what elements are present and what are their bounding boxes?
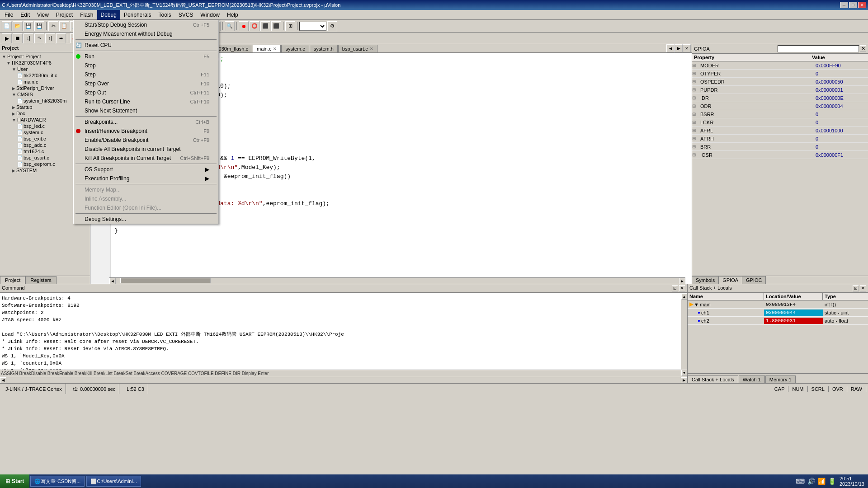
tb2-stepover[interactable]: ↷: [34, 33, 44, 43]
close-button[interactable]: ✕: [858, 2, 866, 8]
ctx-kill-all-bp[interactable]: Kill All Breakpoints in Current Target C…: [74, 154, 218, 163]
right-close-btn[interactable]: ✕: [860, 45, 866, 52]
start-button[interactable]: ⊞ Start: [0, 474, 29, 488]
cmd-scroll-track[interactable]: [681, 300, 687, 370]
btab-memory1[interactable]: Memory 1: [765, 375, 796, 383]
taskbar-item-2[interactable]: ⬜ C:\Users\Admini...: [86, 476, 141, 487]
tb-step-debug[interactable]: ⬛: [260, 21, 270, 31]
tab-bspusart-close[interactable]: ✕: [370, 47, 373, 51]
ctx-os-support[interactable]: OS Support ▶: [74, 165, 218, 174]
btab-watch1[interactable]: Watch 1: [739, 375, 765, 383]
ctx-run[interactable]: Run F5: [74, 52, 218, 61]
reg-afrh[interactable]: ⊞AFRH0: [692, 135, 868, 143]
ctx-insert-bp[interactable]: Insert/Remove Breakpoint F9: [74, 127, 218, 136]
ctx-enable-bp[interactable]: Enable/Disable Breakpoint Ctrl+F9: [74, 136, 218, 145]
tab-system-h[interactable]: system.h: [310, 45, 338, 52]
ctx-stop[interactable]: Stop: [74, 61, 218, 70]
menu-edit[interactable]: Edit: [17, 10, 33, 20]
reg-idr[interactable]: ⊞IDR0x0000000E: [692, 94, 868, 102]
cmd-close[interactable]: ✕: [679, 285, 685, 291]
tb-copy[interactable]: 📋: [59, 21, 69, 31]
reg-bsrr[interactable]: ⊞BSRR0: [692, 110, 868, 118]
cs-close[interactable]: ✕: [860, 285, 866, 291]
tb-stop-debug[interactable]: ⭕: [250, 21, 259, 31]
tray-clock[interactable]: 20:51 2023/10/13: [838, 476, 866, 487]
tab-bsp-usart[interactable]: bsp_usart.c ✕: [338, 45, 377, 52]
tab-system-c[interactable]: system.c: [281, 45, 309, 52]
editor-scroll-right[interactable]: ▶: [675, 44, 683, 52]
tb-cut[interactable]: ✂: [48, 21, 58, 31]
menu-flash[interactable]: Flash: [76, 10, 97, 20]
reg-moder[interactable]: ⊞MODER0x000FF90: [692, 61, 868, 70]
reg-odr[interactable]: ⊞ODR0x00000004: [692, 102, 868, 110]
tab-main-close[interactable]: ✕: [273, 47, 277, 51]
ctx-start-stop[interactable]: Start/Stop Debug Session Ctrl+F5: [74, 20, 218, 29]
menu-svcs[interactable]: SVCS: [175, 10, 197, 20]
ctx-breakpoints[interactable]: Breakpoints... Ctrl+B: [74, 117, 218, 127]
rbtab-gpioa[interactable]: GPIOA: [719, 276, 742, 284]
reg-iosr[interactable]: ⊞IOSR0x000000F1: [692, 151, 868, 159]
cs-row-ch2[interactable]: ● ch2 1.80000031 auto - float: [688, 317, 868, 325]
minimize-button[interactable]: ─: [840, 2, 848, 8]
rbtab-gpioc[interactable]: GPIOC: [742, 276, 766, 284]
cs-undock[interactable]: ⊡: [853, 285, 859, 291]
menu-help[interactable]: Help: [223, 10, 242, 20]
ctx-disable-all-bp[interactable]: Disable All Breakpoints in current Targe…: [74, 145, 218, 154]
ctx-debug-settings[interactable]: Debug Settings...: [74, 215, 218, 224]
panel-tab-project[interactable]: Project: [0, 276, 25, 284]
cmd-undock[interactable]: ⊡: [672, 285, 678, 291]
ctx-energy[interactable]: Energy Measurement without Debug: [74, 29, 218, 38]
cmd-ht[interactable]: [6, 377, 681, 383]
zoom-select[interactable]: [299, 22, 326, 31]
ctx-show-next[interactable]: Show Next Statement: [74, 106, 218, 115]
cs-row-ch1[interactable]: ● ch1 0x00000044 static - uint: [688, 309, 868, 317]
tb-record[interactable]: ⏺: [239, 21, 249, 31]
h-scrollbar[interactable]: ◀ ▶: [109, 277, 685, 284]
cmd-hl[interactable]: ◀: [0, 377, 6, 383]
tb2-stepout[interactable]: ↑|: [45, 33, 55, 43]
menu-view[interactable]: View: [33, 10, 52, 20]
reg-ospeedr[interactable]: ⊞OSPEEDR0x00000050: [692, 78, 868, 86]
tb-saveall[interactable]: 💾: [34, 21, 44, 31]
cmd-scroll-up[interactable]: ▲: [681, 293, 687, 300]
tb2-debug-stop[interactable]: ⏹: [13, 33, 23, 43]
reg-pupdr[interactable]: ⊞PUPDR0x00000001: [692, 86, 868, 94]
menu-peripherals[interactable]: Peripherals: [120, 10, 155, 20]
editor-close-all[interactable]: ✕: [683, 44, 691, 52]
tb-save[interactable]: 💾: [24, 21, 33, 31]
scroll-thumb-h[interactable]: [120, 278, 211, 283]
tb2-debug-run[interactable]: ▶: [2, 33, 12, 43]
tb-new[interactable]: 📄: [2, 21, 12, 31]
cmd-vscrollbar[interactable]: ▲ ▼: [681, 293, 687, 376]
ctx-reset-cpu[interactable]: 🔄 Reset CPU: [74, 41, 218, 50]
reg-lckr[interactable]: ⊞LCKR0: [692, 118, 868, 127]
cmd-hscrollbar[interactable]: ◀ ▶: [0, 377, 687, 383]
reg-afrl[interactable]: ⊞AFRL0x00001000: [692, 127, 868, 135]
tab-main[interactable]: main.c ✕: [253, 45, 281, 52]
tb-run-debug[interactable]: 🔍: [225, 21, 235, 31]
ctx-step-over[interactable]: Step Over F10: [74, 79, 218, 88]
cs-row-main[interactable]: ▶ ▼ main 0x080013F4 int f(): [688, 300, 868, 309]
ctx-step-out[interactable]: Step Out Ctrl+F11: [74, 88, 218, 97]
ctx-step[interactable]: Step F11: [74, 70, 218, 79]
reg-otyper[interactable]: ⊞OTYPER0: [692, 70, 868, 78]
menu-project[interactable]: Project: [52, 10, 76, 20]
cmd-hr[interactable]: ▶: [681, 377, 687, 383]
ctx-run-cursor[interactable]: Run to Cursor Line Ctrl+F10: [74, 97, 218, 106]
tb-settings2[interactable]: ⚙: [327, 21, 337, 31]
btab-callstack[interactable]: Call Stack + Locals: [688, 375, 738, 383]
rbtab-symbols[interactable]: Symbols: [692, 276, 719, 284]
editor-scroll-left[interactable]: ◀: [666, 44, 675, 52]
scroll-track-h[interactable]: [116, 278, 679, 284]
tb-more1[interactable]: ⬛: [271, 21, 281, 31]
tb-open[interactable]: 📂: [13, 21, 23, 31]
maximize-button[interactable]: □: [849, 2, 857, 8]
cmd-scroll-down[interactable]: ▼: [681, 370, 687, 376]
menu-debug[interactable]: Debug: [97, 10, 120, 20]
menu-file[interactable]: File: [1, 10, 17, 20]
menu-tools[interactable]: Tools: [155, 10, 175, 20]
ctx-exec-profiling[interactable]: Execution Profiling ▶: [74, 174, 218, 183]
register-search[interactable]: [778, 45, 859, 52]
tb2-step[interactable]: ↓|: [24, 33, 33, 43]
taskbar-item-1[interactable]: 🌐 写文章-CSDN博...: [30, 476, 85, 487]
